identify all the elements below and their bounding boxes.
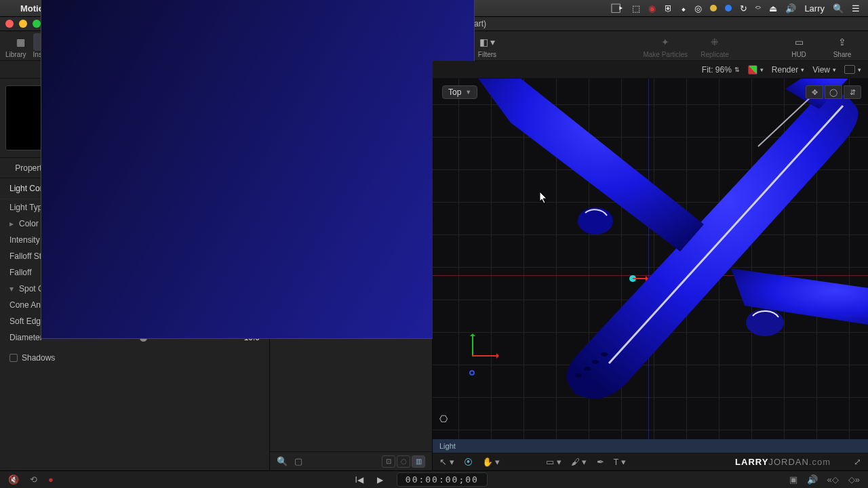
make-particles-label: Make Particles (643, 51, 688, 58)
project-pane: Layers Media Audio ▤Project⊡✓◡Light⊡✓▼Li… (270, 61, 433, 470)
fullscreen-button[interactable] (33, 20, 41, 28)
audio-toggle-icon[interactable]: 🔊 (807, 474, 818, 485)
transport-bar: 🔇 ⟲ ● I◀ ▶ 00:00:00;00 ▣ 🔊 «◇ ◇» (0, 470, 868, 488)
view-transform-controls: ✥ ◯ ⇵ (806, 85, 861, 99)
bezier-tool-icon[interactable]: ✒ (597, 457, 604, 467)
spotlight-icon[interactable]: 🔍 (833, 3, 844, 14)
volume-icon[interactable]: 🔊 (785, 3, 796, 14)
play-icon[interactable]: ▶ (377, 475, 383, 485)
dropbox-icon[interactable]: ⬥ (681, 3, 686, 14)
view-mode-1[interactable]: ⊡ (382, 455, 395, 468)
shield-icon[interactable]: ⛨ (664, 3, 673, 14)
svg-point-3 (575, 373, 582, 378)
disclosure-open-icon: ▾ (9, 284, 18, 293)
svg-point-0 (584, 367, 591, 371)
hud-button[interactable]: ▭ (783, 33, 815, 51)
canvas-tool-row: ↖ ▾ ⦿ ✋ ▾ ▭ ▾ 🖌 ▾ ✒ T ▾ LARRYJORDAN.com … (433, 453, 868, 470)
replicate-button[interactable]: ⁜ (698, 33, 731, 51)
select-tool-icon[interactable]: ↖ ▾ (439, 457, 454, 467)
canvas-viewport[interactable]: Top ▼ ✥ ◯ ⇵ ⎔ (433, 79, 868, 439)
canvas-toolbar: Fit: 96%⇅ ▾ Render▾ View▾ ▾ (433, 61, 868, 79)
camera-view-label: Top (448, 87, 461, 97)
filters-group: ◧ ▾ Filters (471, 33, 503, 58)
fit-popup[interactable]: Fit: 96%⇅ (702, 65, 740, 75)
make-particles-button[interactable]: ✦ (649, 33, 682, 51)
mini-timeline[interactable]: Light (433, 439, 868, 453)
shadows-checkbox[interactable] (9, 354, 18, 362)
orbit-view-icon[interactable]: ◯ (825, 85, 842, 99)
search-icon[interactable]: 🔍 (277, 456, 288, 466)
svg-point-1 (592, 360, 599, 364)
layer-row-airpla-[interactable]: ✓Airpla…🔒 (270, 233, 432, 260)
circle-icon[interactable]: ◎ (694, 3, 702, 14)
expand-icon[interactable]: ⤢ (854, 457, 861, 467)
color-channels[interactable]: ▾ (748, 65, 764, 75)
minimize-button[interactable] (19, 20, 27, 28)
replicate-label: Replicate (701, 51, 729, 58)
chevron-down-icon: ▼ (465, 89, 471, 96)
filters-button[interactable]: ◧ ▾ (471, 33, 503, 51)
timecode-field[interactable]: 00:00:00;00 (397, 472, 488, 487)
eject-icon[interactable]: ⏏ (769, 3, 777, 14)
go-to-start-icon[interactable]: I◀ (355, 475, 363, 485)
mute-audio-icon[interactable]: 🔇 (8, 474, 19, 485)
record-icon[interactable]: ◉ (648, 3, 656, 14)
shadows-label: Shadows (22, 353, 55, 363)
pan-view-icon[interactable]: ✥ (806, 85, 823, 99)
control-center-icon[interactable]: ☰ (852, 3, 860, 14)
share-button[interactable]: ⇪ (826, 33, 859, 51)
keyframe-fwd-icon[interactable]: ◇» (848, 474, 860, 485)
render-popup[interactable]: Render▾ (772, 65, 804, 75)
camera-view-popup[interactable]: Top ▼ (442, 85, 477, 99)
cursor-icon (540, 192, 548, 204)
disclosure-icon[interactable]: ▸ (9, 219, 18, 228)
layer-list: ▤Project⊡✓◡Light⊡✓▼Lights≣⊡✓◡Yellow…⊡✓◡B… (270, 79, 432, 451)
view-popup[interactable]: View▾ (812, 65, 836, 75)
wifi-icon[interactable]: ⌔ (755, 3, 761, 14)
status-dot-blue[interactable] (725, 5, 732, 12)
timeline-toggle-icon[interactable]: ▣ (789, 474, 797, 485)
canvas-area: Fit: 96%⇅ ▾ Render▾ View▾ ▾ (433, 61, 868, 470)
view-mode-3[interactable]: ▥ (412, 455, 425, 468)
close-button[interactable] (5, 20, 14, 28)
screenrec-icon[interactable]: ⃞▸ (618, 3, 624, 14)
airplane-object (473, 79, 868, 418)
library-button[interactable]: ▦ (9, 33, 33, 51)
cube-icon[interactable]: ⬚ (632, 3, 640, 14)
hud-label: HUD (791, 51, 806, 58)
status-dot-yellow[interactable] (710, 5, 717, 12)
timemachine-icon[interactable]: ↻ (740, 3, 747, 14)
dolly-view-icon[interactable]: ⇵ (844, 85, 861, 99)
view-mode-2[interactable]: ◌ (397, 455, 410, 468)
svg-point-4 (578, 207, 613, 235)
share-label: Share (833, 51, 852, 58)
filters-label: Filters (478, 51, 496, 58)
paint-tool-icon[interactable]: 🖌 ▾ (571, 457, 587, 467)
row-shadows[interactable]: Shadows (0, 350, 269, 366)
text-tool-icon[interactable]: T ▾ (614, 457, 626, 467)
hud-group: ▭ HUD (783, 33, 815, 58)
pan-tool-icon[interactable]: ✋ ▾ (482, 457, 500, 467)
timeline-clip-name: Light (439, 442, 456, 450)
make-particles-group: ✦ Make Particles (643, 33, 688, 58)
user-name[interactable]: Larry (804, 3, 825, 14)
replicate-group: ⁜ Replicate (698, 33, 731, 58)
layer-thumbnail (270, 79, 432, 339)
rectangle-tool-icon[interactable]: ▭ ▾ (546, 457, 561, 467)
svg-point-5 (746, 309, 784, 336)
keyframe-bwd-icon[interactable]: «◇ (827, 474, 839, 485)
svg-point-2 (601, 352, 608, 357)
playhead-marker-icon[interactable]: ⎔ (439, 413, 448, 424)
project-pane-footer: 🔍 ▢ ⊡ ◌ ▥ (270, 451, 432, 470)
library-label: Library (5, 51, 26, 58)
frame-icon[interactable]: ▢ (294, 456, 302, 466)
loop-icon[interactable]: ⟲ (30, 474, 37, 485)
window-controls (5, 20, 41, 28)
watermark: LARRYJORDAN.com (735, 457, 831, 467)
safe-zones-toggle[interactable]: ▾ (844, 65, 861, 74)
status-icons: ⃞▸ ⬚ ◉ ⛨ ⬥ ◎ ↻ ⌔ ⏏ 🔊 Larry 🔍 ☰ (618, 3, 860, 14)
share-group: ⇪ Share (826, 33, 859, 58)
3d-transform-tool-icon[interactable]: ⦿ (464, 457, 473, 467)
record-icon[interactable]: ● (48, 474, 54, 485)
